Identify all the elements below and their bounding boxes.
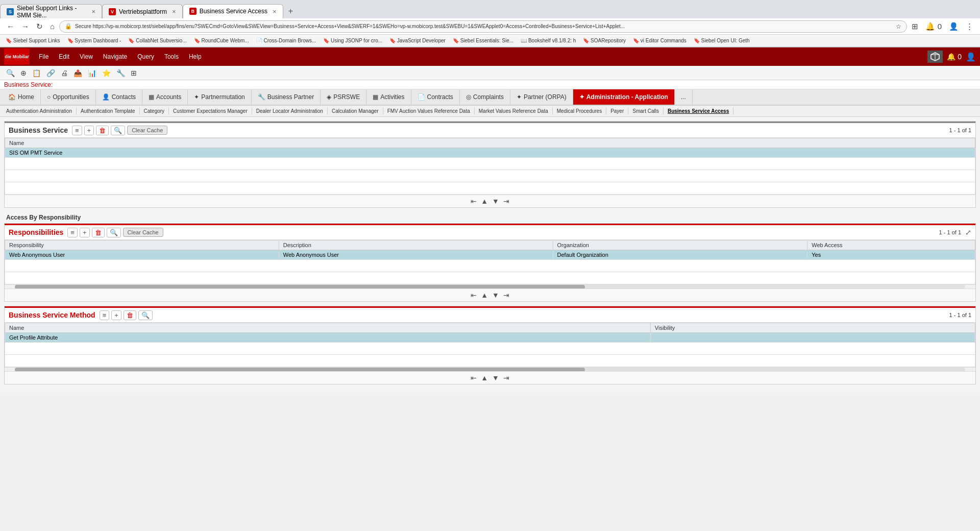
bookmark-bookshelf[interactable]: 📖 Bookshelf v8.1/8.2: h: [518, 37, 578, 44]
method-last-button[interactable]: ⇥: [503, 374, 509, 382]
sec-nav-calc[interactable]: Calculation Manager: [328, 107, 383, 115]
toolbar-search[interactable]: 🔍: [4, 68, 17, 78]
tab-2[interactable]: V Vertriebsplattform ×: [102, 4, 183, 18]
bs-last-button[interactable]: ⇥: [503, 197, 509, 205]
tab-home[interactable]: 🏠 Home: [2, 89, 41, 105]
tab-activities[interactable]: ▦ Activities: [366, 89, 411, 105]
bookmark-js[interactable]: 🔖 JavaScript Developer: [387, 37, 448, 44]
table-row[interactable]: Web Anonymous User Web Anonymous User De…: [5, 250, 975, 260]
bookmark-siebelopen[interactable]: 🔖 Siebel Open UI: Geth: [691, 37, 752, 44]
tab-2-close[interactable]: ×: [172, 8, 176, 15]
resp-add-button[interactable]: +: [80, 228, 90, 237]
tab-more[interactable]: ...: [675, 89, 693, 105]
bookmark-roundcube[interactable]: 🔖 RoundCube Webm...: [191, 37, 252, 44]
menu-dots-button[interactable]: ⋮: [963, 21, 976, 32]
resp-prev-button[interactable]: ▲: [481, 291, 488, 299]
sec-nav-dealer[interactable]: Dealer Locator Administration: [252, 107, 328, 115]
bookmark-star[interactable]: ☆: [896, 23, 901, 30]
toolbar-export[interactable]: 📤: [71, 68, 84, 78]
tab-contracts[interactable]: 📄 Contracts: [411, 89, 460, 105]
table-row[interactable]: Get Profile Attribute: [5, 333, 975, 343]
tab-psrswe[interactable]: ◈ PSRSWE: [321, 89, 366, 105]
method-next-button[interactable]: ▼: [492, 374, 499, 382]
toolbar-print[interactable]: 🖨: [59, 68, 70, 78]
tab-1-close[interactable]: ×: [91, 8, 95, 15]
bookmark-soa[interactable]: 🔖 SOARepository: [580, 37, 628, 44]
search-global[interactable]: 🔔 0: [947, 53, 962, 61]
home-button[interactable]: ⌂: [47, 21, 57, 32]
bookmark-collab[interactable]: 🔖 CollabNet Subversio...: [126, 37, 189, 44]
resp-delete-button[interactable]: 🗑: [92, 228, 105, 237]
tab-accounts[interactable]: ▦ Accounts: [142, 89, 188, 105]
sec-nav-auth-admin[interactable]: Authentication Administration: [2, 107, 77, 115]
sec-nav-auth-template[interactable]: Authentication Template: [77, 107, 140, 115]
resp-expand-button[interactable]: ⤢: [965, 228, 971, 236]
menu-query[interactable]: Query: [132, 47, 159, 66]
menu-file[interactable]: File: [34, 47, 54, 66]
tab-admin-app[interactable]: ✦ Administration - Application: [573, 89, 675, 105]
method-first-button[interactable]: ⇤: [471, 374, 477, 382]
bs-prev-button[interactable]: ▲: [481, 197, 488, 205]
table-row[interactable]: SIS OM PMT Service: [5, 148, 975, 158]
tab-contacts[interactable]: 👤 Contacts: [96, 89, 142, 105]
toolbar-chart[interactable]: 📊: [86, 68, 99, 78]
toolbar-star[interactable]: ⭐: [100, 68, 113, 78]
sec-nav-payer[interactable]: Payer: [606, 107, 628, 115]
menu-edit[interactable]: Edit: [54, 47, 75, 66]
bs-add-button[interactable]: +: [84, 126, 94, 135]
bs-delete-button[interactable]: 🗑: [96, 126, 109, 135]
reload-button[interactable]: ↻: [34, 21, 45, 32]
cube-icon[interactable]: [927, 51, 943, 63]
resp-next-button[interactable]: ▼: [492, 291, 499, 299]
bs-search-button[interactable]: 🔍: [111, 126, 125, 135]
tab-3[interactable]: B Business Service Access ×: [183, 4, 283, 18]
resp-menu-button[interactable]: ≡: [67, 228, 78, 237]
method-scrollbar[interactable]: [5, 367, 975, 371]
bs-menu-button[interactable]: ≡: [72, 126, 82, 135]
toolbar-link[interactable]: 🔗: [44, 68, 57, 78]
tab-business-partner[interactable]: 🔧 Business Partner: [252, 89, 321, 105]
tab-complaints[interactable]: ◎ Complaints: [460, 89, 510, 105]
sec-nav-market[interactable]: Market Values Reference Data: [475, 107, 553, 115]
bookmark-jsonp[interactable]: 🔖 Using JSONP for cro...: [321, 37, 385, 44]
resp-scrollbar[interactable]: [5, 284, 975, 288]
resp-clear-cache-button[interactable]: Clear Cache: [123, 228, 163, 237]
bs-first-button[interactable]: ⇤: [471, 197, 477, 205]
tab-partnermutation[interactable]: ✦ Partnermutation: [188, 89, 251, 105]
sec-nav-customer-exp[interactable]: Customer Expectations Manager: [169, 107, 252, 115]
method-delete-button[interactable]: 🗑: [124, 310, 136, 320]
resp-first-button[interactable]: ⇤: [471, 291, 477, 299]
tab-partner-orpa[interactable]: ✦ Partner (ORPA): [510, 89, 573, 105]
sec-nav-fmv[interactable]: FMV Auction Values Reference Data: [383, 107, 475, 115]
sec-nav-category[interactable]: Category: [140, 107, 169, 115]
resp-search-button[interactable]: 🔍: [107, 228, 121, 237]
tab-opportunities[interactable]: ○ Opportunities: [41, 89, 96, 105]
menu-help[interactable]: Help: [184, 47, 207, 66]
tab-1[interactable]: S Siebel Support Links - SMM Sie... ×: [0, 4, 102, 18]
toolbar-new[interactable]: ⊕: [18, 68, 29, 78]
bookmark-vi[interactable]: 🔖 vi Editor Commands: [630, 37, 689, 44]
bookmark-siebel[interactable]: 🔖 Siebel Support Links: [3, 37, 63, 44]
toolbar-filter[interactable]: 🔧: [114, 68, 127, 78]
new-tab-button[interactable]: +: [283, 4, 298, 18]
bs-clear-cache-button[interactable]: Clear Cache: [127, 126, 167, 135]
resp-last-button[interactable]: ⇥: [503, 291, 509, 299]
bs-next-button[interactable]: ▼: [492, 197, 499, 205]
method-search-button[interactable]: 🔍: [138, 310, 153, 320]
bookmark-dashboard[interactable]: 🔖 System Dashboard -: [65, 37, 124, 44]
extensions-button[interactable]: ⊞: [909, 21, 921, 32]
bookmark-siebel-ess[interactable]: 🔖 Siebel Essentials: Sie...: [450, 37, 516, 44]
method-add-button[interactable]: +: [111, 310, 121, 320]
forward-button[interactable]: →: [19, 21, 32, 32]
address-bar[interactable]: 🔒 Secure https://vp-w.mobicorp.test/sieb…: [59, 20, 907, 33]
bookmark-crossdomain[interactable]: 📄 Cross-Domain Brows...: [254, 37, 319, 44]
toolbar-copy[interactable]: 📋: [30, 68, 43, 78]
back-button[interactable]: ←: [4, 21, 17, 32]
menu-tools[interactable]: Tools: [159, 47, 184, 66]
notification-button[interactable]: 🔔 0: [923, 21, 944, 32]
sec-nav-biz-service[interactable]: Business Service Access: [664, 107, 733, 115]
method-menu-button[interactable]: ≡: [100, 310, 110, 320]
tab-3-close[interactable]: ×: [273, 8, 277, 15]
menu-view[interactable]: View: [75, 47, 98, 66]
menu-navigate[interactable]: Navigate: [98, 47, 132, 66]
